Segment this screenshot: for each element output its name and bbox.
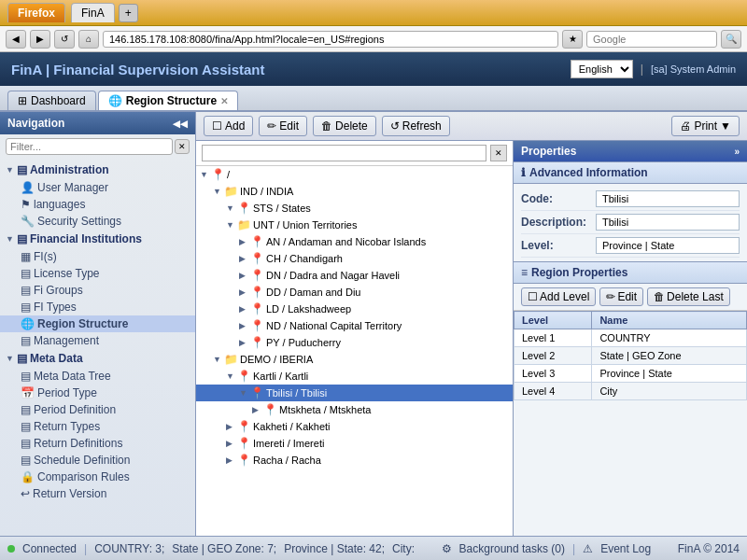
sidebar-item-license-type[interactable]: ▤ License Type xyxy=(0,265,195,282)
delete-last-button[interactable]: 🗑 Delete Last xyxy=(647,287,730,306)
refresh-button[interactable]: ↺ Refresh xyxy=(382,116,450,136)
sidebar-item-security-settings[interactable]: 🔧 Security Settings xyxy=(0,213,195,230)
tree-node[interactable]: ▶ 📍 PY / Puducherry xyxy=(196,334,513,351)
forward-button[interactable]: ▶ xyxy=(30,30,50,49)
nav-tree: ▼ ▤ Administration 👤 User Manager ⚑ lang… xyxy=(0,159,195,504)
tree-node[interactable]: ▼ 📁 IND / INDIA xyxy=(196,183,513,200)
tree-scroll[interactable]: ▼ 📍 / ▼ 📁 IND / INDIA ▼ 📍 STS / States ▼… xyxy=(196,166,513,536)
print-icon: 🖨 xyxy=(680,119,691,133)
tree-node-label: PY / Puducherry xyxy=(266,337,341,348)
tree-node[interactable]: ▶ 📍 Kakheti / Kakheti xyxy=(196,418,513,435)
tree-node[interactable]: ▶ 📍 Racha / Racha xyxy=(196,452,513,469)
tree-node[interactable]: ▼ 📍 Kartli / Kartli xyxy=(196,368,513,385)
region-edit-button[interactable]: ✏ Edit xyxy=(599,287,643,306)
tree-node[interactable]: ▼ 📁 UNT / Union Territories xyxy=(196,217,513,233)
tree-node-label: Racha / Racha xyxy=(253,455,321,466)
language-select[interactable]: English xyxy=(571,60,633,78)
props-expand-button[interactable]: » xyxy=(734,147,740,157)
sidebar-item-schedule-definition[interactable]: ▤ Schedule Definition xyxy=(0,452,195,469)
sidebar-item-languages[interactable]: ⚑ languages xyxy=(0,196,195,213)
tree-node[interactable]: ▶ 📍 AN / Andaman and Nicobar Islands xyxy=(196,233,513,250)
firefox-tab-label: Firefox xyxy=(18,7,55,20)
tree-node-label: DN / Dadra and Nagar Haveli xyxy=(266,270,400,281)
sidebar-item-meta-data-tree[interactable]: ▤ Meta Data Tree xyxy=(0,368,195,385)
sidebar-item-return-definitions[interactable]: ▤ Return Definitions xyxy=(0,435,195,452)
sidebar-item-period-definition[interactable]: ▤ Period Definition xyxy=(0,401,195,418)
app-browser-tab[interactable]: FinA xyxy=(71,3,115,22)
bookmark-button[interactable]: ★ xyxy=(562,30,583,49)
home-button[interactable]: ⌂ xyxy=(78,30,99,49)
tree-node-icon: 📍 xyxy=(250,235,264,248)
url-input[interactable] xyxy=(103,31,558,48)
sidebar-item-fis[interactable]: ▦ FI(s) xyxy=(0,248,195,265)
sidebar-item-comparison-rules[interactable]: 🔒 Comparison Rules xyxy=(0,469,195,485)
arrow-icon: ▼ xyxy=(6,165,14,175)
tree-node[interactable]: ▼ 📍 / xyxy=(196,166,513,183)
nav-group-financial-institutions[interactable]: ▼ ▤ Financial Institutions ▦ FI(s) ▤ Lic… xyxy=(0,230,195,349)
tree-arrow-icon: ▼ xyxy=(226,203,235,213)
tree-node[interactable]: ▶ 📍 ND / National Capital Territory xyxy=(196,317,513,334)
tree-node[interactable]: ▼ 📍 Tbilisi / Tbilisi xyxy=(196,385,513,401)
tab-dashboard[interactable]: ⊞ Dashboard xyxy=(7,91,96,110)
tree-node-label: UNT / Union Territories xyxy=(253,219,357,231)
reload-button[interactable]: ↺ xyxy=(54,30,75,49)
filter-clear-button[interactable]: ✕ xyxy=(175,139,190,154)
sidebar-item-return-version[interactable]: ↩ Return Version xyxy=(0,485,195,502)
sidebar-item-fi-groups[interactable]: ▤ Fi Groups xyxy=(0,282,195,299)
tree-node-label: DEMO / IBERIA xyxy=(240,354,313,365)
print-button[interactable]: 🖨 Print ▼ xyxy=(671,116,740,136)
tab-region-structure[interactable]: 🌐 Region Structure ✕ xyxy=(98,91,238,110)
sidebar-toggle-button[interactable]: ◀◀ xyxy=(173,119,188,129)
tree-node[interactable]: ▶ 📍 DD / Daman and Diu xyxy=(196,284,513,301)
delete-button[interactable]: 🗑 Delete xyxy=(313,116,376,136)
tree-node[interactable]: ▶ 📍 DN / Dadra and Nagar Haveli xyxy=(196,267,513,284)
add-level-button[interactable]: ☐ Add Level xyxy=(521,287,596,306)
tree-node-label: / xyxy=(227,169,230,180)
tree-node-label: Kakheti / Kakheti xyxy=(253,421,331,432)
tree-node[interactable]: ▼ 📍 STS / States xyxy=(196,200,513,217)
tree-node[interactable]: ▶ 📍 Mtskheta / Mtskheta xyxy=(196,401,513,418)
nav-group-meta-data[interactable]: ▼ ▤ Meta Data ▤ Meta Data Tree 📅 Period … xyxy=(0,349,195,502)
sidebar-item-management[interactable]: ▤ Management xyxy=(0,332,195,349)
new-tab-button[interactable]: + xyxy=(119,4,138,22)
tree-node-label: Kartli / Kartli xyxy=(253,371,308,382)
firefox-tab[interactable]: Firefox xyxy=(7,3,65,22)
refresh-icon: ↺ xyxy=(390,119,400,133)
sidebar-item-return-types[interactable]: ▤ Return Types xyxy=(0,418,195,435)
add-button[interactable]: ☐ Add xyxy=(204,116,253,136)
nav-group-fi-header[interactable]: ▼ ▤ Financial Institutions xyxy=(0,230,195,248)
tree-node[interactable]: ▶ 📍 CH / Chandigarh xyxy=(196,250,513,267)
sidebar-item-fi-types[interactable]: ▤ FI Types xyxy=(0,299,195,315)
nav-group-meta-header[interactable]: ▼ ▤ Meta Data xyxy=(0,349,195,368)
schedule-icon: ▤ xyxy=(21,454,31,467)
search-go-button[interactable]: 🔍 xyxy=(721,30,741,49)
sidebar-item-user-manager[interactable]: 👤 User Manager xyxy=(0,179,195,196)
tree-node[interactable]: ▶ 📍 LD / Lakshadweep xyxy=(196,301,513,317)
tree-node-label: IND / INDIA xyxy=(240,186,293,197)
tree-search-input[interactable] xyxy=(202,145,486,161)
event-log-label: Event Log xyxy=(600,542,651,555)
tab-close-icon[interactable]: ✕ xyxy=(220,96,228,106)
search-input[interactable] xyxy=(586,31,717,48)
region-structure-icon: 🌐 xyxy=(108,94,122,107)
tree-arrow-icon: ▶ xyxy=(226,439,235,448)
edit-button[interactable]: ✏ Edit xyxy=(259,116,307,136)
nav-group-administration[interactable]: ▼ ▤ Administration 👤 User Manager ⚑ lang… xyxy=(0,161,195,230)
tree-node-icon: 📍 xyxy=(263,403,277,416)
info-icon: ℹ xyxy=(521,166,526,179)
filter-input[interactable] xyxy=(6,138,173,155)
sidebar-item-region-structure[interactable]: 🌐 Region Structure xyxy=(0,315,195,332)
back-button[interactable]: ◀ xyxy=(6,30,26,49)
comparison-icon: 🔒 xyxy=(21,470,35,483)
sidebar-item-period-type[interactable]: 📅 Period Type xyxy=(0,385,195,401)
col-level: Level xyxy=(514,312,592,329)
region-props-section: ≡ Region Properties xyxy=(514,261,747,284)
tree-clear-button[interactable]: ✕ xyxy=(490,145,507,161)
meta-tree-icon: ▤ xyxy=(21,370,31,383)
tree-node[interactable]: ▼ 📁 DEMO / IBERIA xyxy=(196,351,513,368)
state-status: State | GEO Zone: 7; xyxy=(172,542,276,555)
nav-group-administration-header[interactable]: ▼ ▤ Administration xyxy=(0,161,195,179)
tree-node-label: DD / Daman and Diu xyxy=(266,287,361,298)
tree-node[interactable]: ▶ 📍 Imereti / Imereti xyxy=(196,435,513,452)
tree-arrow-icon: ▶ xyxy=(239,271,248,280)
